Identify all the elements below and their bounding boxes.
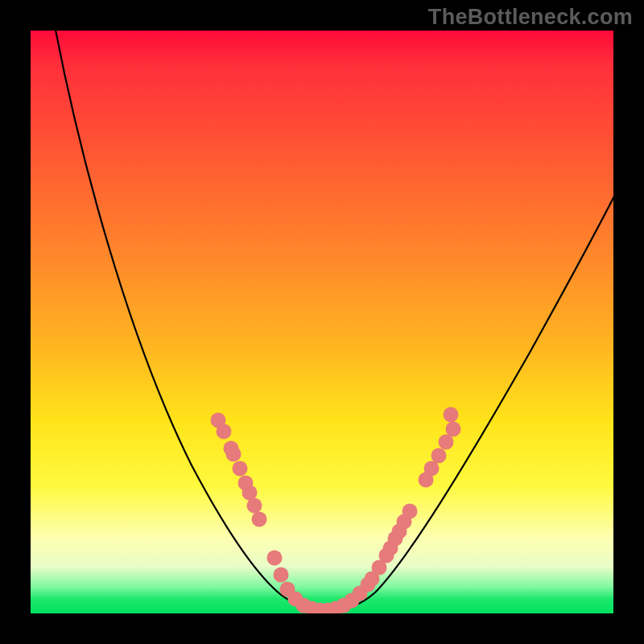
data-point bbox=[252, 512, 267, 527]
data-point bbox=[247, 498, 262, 514]
data-point bbox=[439, 435, 454, 450]
data-point bbox=[446, 422, 461, 437]
data-point bbox=[424, 461, 440, 477]
data-point bbox=[217, 424, 232, 440]
plot-area bbox=[31, 31, 613, 613]
data-point bbox=[226, 447, 242, 462]
data-point bbox=[431, 448, 447, 464]
data-point bbox=[274, 568, 289, 583]
bottleneck-curve bbox=[55, 31, 613, 610]
data-points-group bbox=[211, 407, 461, 614]
data-point bbox=[402, 504, 418, 519]
data-point bbox=[233, 461, 248, 477]
watermark-text: TheBottleneck.com bbox=[428, 5, 633, 30]
chart-frame: TheBottleneck.com bbox=[0, 0, 644, 644]
data-point bbox=[267, 551, 283, 566]
data-point bbox=[444, 407, 459, 423]
chart-svg bbox=[31, 31, 613, 613]
